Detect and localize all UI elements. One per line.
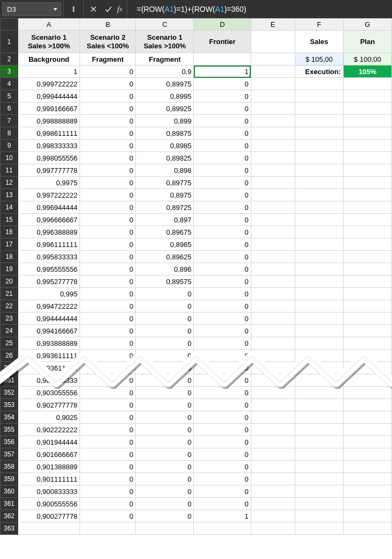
cell[interactable]: 1 [194,510,251,522]
cell[interactable]: 0 [80,127,136,140]
cell[interactable]: 0 [194,436,251,448]
cell[interactable]: 0,899 [136,115,194,127]
cell[interactable]: 0,998611111 [18,127,80,140]
cell[interactable] [343,263,391,275]
row-header[interactable]: 12 [1,177,18,189]
cell[interactable]: 0,998055556 [18,152,80,164]
cell[interactable]: 0,995555556 [18,263,80,275]
cell[interactable]: 0 [80,263,136,275]
cell[interactable]: 0 [80,152,136,164]
cell[interactable]: 0 [194,201,251,214]
cell[interactable]: 0 [194,485,251,498]
cell[interactable] [343,189,391,201]
cell[interactable] [343,387,391,399]
cell[interactable] [343,325,391,337]
cell[interactable] [194,53,251,66]
cell[interactable] [343,399,391,411]
cell[interactable]: 0 [80,115,136,127]
cell[interactable] [194,522,251,535]
cell[interactable] [251,300,295,313]
cell[interactable] [343,275,391,288]
cell[interactable]: 0,89675 [136,226,194,238]
cell[interactable]: 0 [136,461,194,473]
row-header[interactable]: 15 [1,214,18,226]
cell[interactable] [251,90,295,103]
cell[interactable] [251,189,295,201]
cell[interactable]: 0 [194,164,251,177]
cell[interactable] [251,387,295,399]
cell[interactable] [343,152,391,164]
selected-cell[interactable]: 1 [194,66,251,78]
cell[interactable]: 0 [80,362,136,374]
cell[interactable] [251,337,295,350]
cell[interactable]: 0,995277778 [18,275,80,288]
cell[interactable] [295,263,343,275]
fx-icon[interactable]: fx [116,0,125,18]
cell[interactable]: 0 [136,498,194,510]
col-header-f[interactable]: F [295,19,343,31]
header-scenario1-bg[interactable]: Scenario 1Sales >100% [18,31,80,53]
cell[interactable] [251,498,295,510]
cell[interactable] [251,374,295,387]
row-header[interactable]: 7 [1,115,18,127]
cell[interactable] [295,424,343,436]
cell[interactable]: 0 [136,485,194,498]
cell[interactable]: 0 [80,461,136,473]
cell[interactable]: 0 [136,325,194,337]
cell[interactable]: 0,994722222 [18,300,80,313]
cell[interactable]: 0,993611111 [18,362,80,374]
row-header[interactable]: 361 [1,498,18,510]
cell[interactable]: 0 [136,473,194,485]
cell[interactable]: 0,998333333 [18,140,80,152]
cell[interactable] [343,411,391,424]
cell[interactable] [251,31,295,53]
row-header[interactable]: 350 [1,362,18,374]
cell[interactable] [251,164,295,177]
cell[interactable]: 0,996666667 [18,214,80,226]
col-header-a[interactable]: A [18,19,80,31]
cell[interactable]: 0 [80,300,136,313]
cell[interactable]: 0,999444444 [18,90,80,103]
cell[interactable]: 0,897 [136,214,194,226]
cell[interactable] [343,226,391,238]
cell[interactable] [343,300,391,313]
cell[interactable]: 0 [194,226,251,238]
cell[interactable] [343,461,391,473]
cell[interactable] [343,436,391,448]
row-header[interactable]: 24 [1,325,18,337]
cell[interactable]: 0 [194,251,251,263]
cell[interactable]: 0,999722222 [18,78,80,90]
cell[interactable] [295,189,343,201]
plan-value[interactable]: $ 100,00 [343,53,391,66]
cell[interactable]: 0 [194,275,251,288]
row-header[interactable]: 3 [1,66,18,78]
cell[interactable] [80,522,136,535]
cell[interactable]: 0,994166667 [18,325,80,337]
cell[interactable]: 0,8985 [136,140,194,152]
row-header[interactable]: 11 [1,164,18,177]
cell[interactable]: 0,994444444 [18,313,80,325]
cell[interactable] [295,251,343,263]
cell[interactable] [251,127,295,140]
name-box[interactable]: D3 [2,2,61,16]
select-all-corner[interactable] [1,19,18,31]
cell[interactable] [343,337,391,350]
cell[interactable] [251,238,295,251]
cell[interactable]: 0 [194,337,251,350]
cell[interactable]: 0 [194,300,251,313]
cell[interactable]: 0 [194,399,251,411]
cell[interactable]: 0,89575 [136,275,194,288]
cell[interactable] [343,350,391,362]
cell[interactable]: 0 [80,498,136,510]
cell[interactable] [343,238,391,251]
cell[interactable]: 0,996944444 [18,201,80,214]
cell[interactable] [343,313,391,325]
chevron-down-icon[interactable] [53,8,57,11]
cell[interactable]: 0 [136,399,194,411]
cell[interactable]: 0 [80,78,136,90]
cell[interactable] [251,473,295,485]
row-header[interactable]: 355 [1,424,18,436]
cell[interactable] [251,399,295,411]
row-header[interactable]: 354 [1,411,18,424]
cell[interactable]: 0 [136,350,194,362]
